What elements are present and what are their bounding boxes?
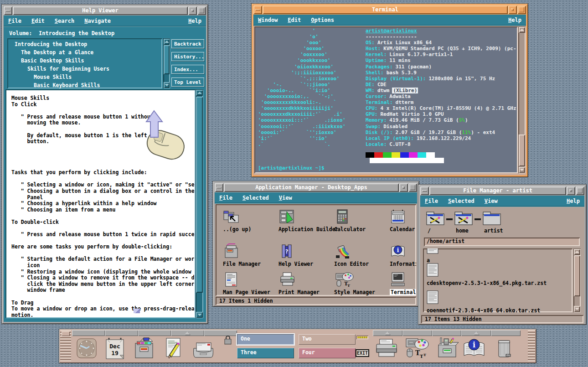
text-editor-control[interactable] <box>160 336 186 360</box>
app-item[interactable]: File Manager <box>223 243 279 267</box>
shell-prompt[interactable]: [artist@artixlinux ~]$ <box>258 165 325 171</box>
current-folder-icon[interactable] <box>482 210 501 227</box>
app-item[interactable]: Print Manager <box>279 271 334 295</box>
calendar-control[interactable]: Dec19 <box>102 336 128 360</box>
terminal-scrollbar[interactable] <box>518 26 526 173</box>
menu-selected[interactable]: Selected <box>448 198 475 204</box>
topic-scrollbar[interactable] <box>163 38 170 88</box>
minimize-button[interactable] <box>508 5 517 14</box>
app-manager-title[interactable]: Application Manager - Desktop_Apps <box>224 183 399 192</box>
lock-icon[interactable] <box>223 335 232 346</box>
menu-edit[interactable]: Edit <box>31 18 45 24</box>
scroll-up-icon[interactable] <box>196 90 203 96</box>
scrollbar-thumb[interactable] <box>196 97 203 293</box>
app-item[interactable]: Terminal <box>390 271 416 296</box>
scroll-up-icon[interactable] <box>574 249 580 255</box>
workspace-four-button[interactable]: Four <box>299 348 356 358</box>
workspace-three-button[interactable]: Three <box>237 348 294 358</box>
panel-handle-right[interactable] <box>528 330 535 362</box>
style-manager-control[interactable]: TTT <box>403 336 429 360</box>
subpanel-arrow-icon[interactable] <box>474 331 479 335</box>
app-item[interactable]: ..(go up) <box>223 208 279 233</box>
workspace-two-button[interactable]: Two <box>299 334 356 345</box>
panel-handle-left[interactable] <box>60 330 71 362</box>
topic-item[interactable]: Basic Keyboard Skills <box>10 81 162 88</box>
menu-file[interactable]: File <box>425 198 438 204</box>
maximize-button[interactable] <box>408 183 417 192</box>
scrollbar-thumb[interactable] <box>519 134 525 166</box>
terminal-screen[interactable]: ' 'o' 'ooo' 'ooxoo' 'ooxxxoo' 'oookkxxoo… <box>254 26 518 173</box>
content-scrollbar[interactable] <box>196 89 203 318</box>
home-folder-icon[interactable] <box>454 210 473 227</box>
menu-file[interactable]: File <box>8 18 21 24</box>
topic-item[interactable]: Skills for Beginning Users <box>10 65 162 73</box>
scroll-down-icon[interactable] <box>164 82 170 88</box>
topic-item[interactable]: Basic Desktop Skills <box>10 57 162 65</box>
menu-edit[interactable]: Edit <box>288 17 301 23</box>
file-item[interactable]: cdesktopenv-2.5.3-1-x86_64.pkg.tar.zst <box>427 263 547 286</box>
app-item[interactable]: ? Help Viewer <box>279 243 334 267</box>
minimize-button[interactable] <box>399 183 408 192</box>
terminal-title[interactable]: Terminal <box>263 5 508 14</box>
menu-navigate[interactable]: Navigate <box>84 18 111 24</box>
menu-view[interactable]: View <box>485 198 498 204</box>
path-label[interactable]: home <box>456 227 469 234</box>
minimize-button[interactable] <box>567 186 575 195</box>
subpanel-arrow-icon[interactable] <box>385 331 390 335</box>
window-menu-button[interactable] <box>253 5 262 14</box>
mail-control[interactable] <box>191 336 216 360</box>
scroll-up-icon[interactable] <box>164 39 170 45</box>
applications-control[interactable] <box>434 336 459 360</box>
menu-help[interactable]: Help <box>508 17 521 23</box>
maximize-button[interactable] <box>576 186 584 195</box>
menu-selected[interactable]: Selected <box>242 195 269 201</box>
root-folder-icon[interactable] <box>426 210 445 227</box>
subpanel-tab[interactable] <box>171 330 204 336</box>
subpanel-tab[interactable] <box>491 330 521 336</box>
window-menu-button[interactable] <box>215 183 223 192</box>
topic-item[interactable]: The Desktop at a Glance <box>10 48 162 57</box>
subpanel-tab[interactable] <box>138 330 171 336</box>
exit-button[interactable]: EXIT <box>356 349 369 357</box>
history-button[interactable]: History... <box>171 52 204 61</box>
maximize-button[interactable] <box>197 6 206 15</box>
app-item[interactable]: Application Builder <box>279 208 334 233</box>
subpanel-tab[interactable] <box>432 330 462 336</box>
app-item[interactable]: Man Page Viewer <box>223 271 279 295</box>
backtrack-button[interactable]: Backtrack <box>171 39 204 48</box>
menu-help[interactable]: Help <box>567 198 580 204</box>
scroll-down-icon[interactable] <box>196 312 203 318</box>
file-list-scrollbar[interactable] <box>573 248 581 312</box>
app-item[interactable]: Calculator <box>334 208 390 233</box>
scroll-down-icon[interactable] <box>519 167 525 173</box>
menu-view[interactable]: View <box>279 195 292 201</box>
subpanel-tab[interactable] <box>105 330 138 336</box>
path-label[interactable]: / <box>428 227 431 234</box>
subpanel-arrow-icon[interactable] <box>185 331 190 335</box>
printer-control[interactable] <box>374 336 399 360</box>
path-label[interactable]: artist <box>484 227 503 234</box>
path-field[interactable]: /home/artist <box>424 238 580 246</box>
app-item[interactable]: Calendar <box>390 208 416 233</box>
workspace-one-button[interactable]: One <box>237 334 294 345</box>
help-control[interactable]: i <box>461 336 487 360</box>
topic-item[interactable]: Mouse Skills <box>10 73 162 81</box>
scroll-up-icon[interactable] <box>519 27 525 33</box>
subpanel-tab[interactable] <box>72 330 105 336</box>
clock-control[interactable] <box>74 336 99 360</box>
file-item[interactable]: a <box>427 248 438 264</box>
app-item[interactable]: Icon Editor <box>334 243 390 267</box>
help-viewer-title[interactable]: Help Viewer <box>13 6 188 15</box>
scrollbar-thumb[interactable] <box>574 255 580 296</box>
window-menu-button[interactable] <box>4 6 12 15</box>
scroll-down-icon[interactable] <box>574 306 580 312</box>
menu-search[interactable]: Search <box>55 18 74 24</box>
subpanel-tab[interactable] <box>461 330 491 336</box>
app-item[interactable]: TT Style Manager <box>334 271 390 295</box>
subpanel-tab[interactable] <box>402 330 432 336</box>
menu-help[interactable]: Help <box>188 18 201 24</box>
index-button[interactable]: Index... <box>171 65 204 74</box>
window-menu-button[interactable] <box>420 186 429 195</box>
menu-options[interactable]: Options <box>311 17 334 23</box>
menu-window[interactable]: Window <box>258 17 278 23</box>
